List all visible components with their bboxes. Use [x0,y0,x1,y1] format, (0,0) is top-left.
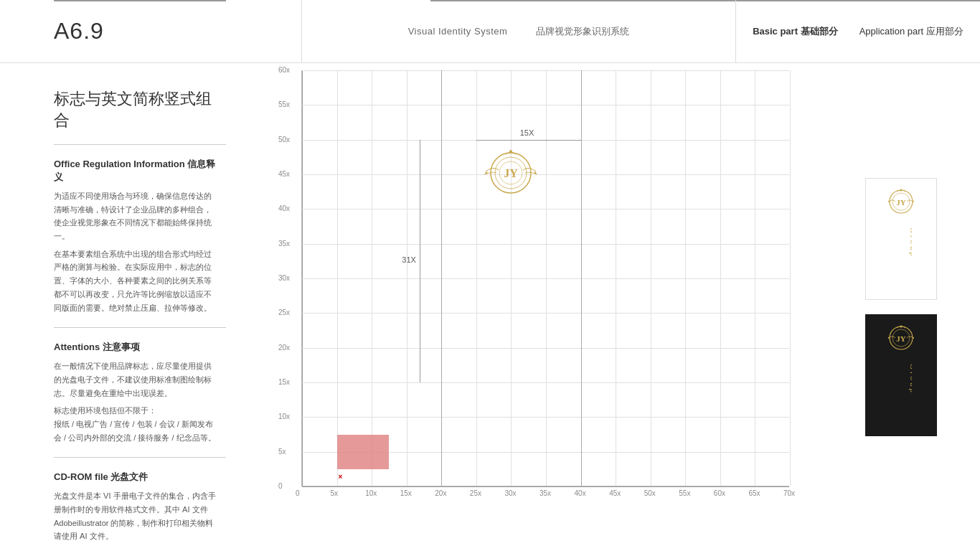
header-right: Basic part 基础部分 Application part 应用部分 [736,25,980,38]
x-label: 70x [783,489,795,497]
logo-preview-black: JY Jin Yu Group [865,314,937,436]
logo-icon-white: JY [882,186,920,223]
page-number: A6.9 [54,18,104,44]
error-indicator: × [339,473,343,481]
x-label: 5x [331,489,339,497]
page-header: A6.9 Visual Identity System 品牌视觉形象识别系统 B… [0,0,980,63]
svg-point-6 [534,171,537,174]
svg-point-21 [888,337,890,339]
y-label: 15x [278,378,290,386]
right-panel: 15X31X× JY Jin Yu Group JY [273,63,980,551]
grid-area: 15X31X× JY Jin Yu Group [273,63,837,551]
info-heading: Office Regulation Information 信息释义 [54,158,219,184]
vi-title-en: Visual Identity System [408,26,508,37]
svg-point-22 [913,337,914,339]
attention-heading: Attentions 注意事项 [54,341,219,354]
x-label: 35x [540,489,551,497]
y-label: 50x [278,136,290,143]
section-title: 标志与英文简称竖式组合 [54,88,219,131]
divider-1 [54,144,226,145]
logo-boundary-right [581,70,582,486]
y-label: 55x [278,100,290,108]
x-label: 45x [609,489,621,497]
logo-icon-black: JY [882,322,920,359]
logo-preview-white: JY Jin Yu Group [865,178,937,300]
info-body-1: 为适应不同使用场合与环境，确保信息传达的清晰与准确，特设计了企业品牌的多种组合，… [54,189,219,243]
svg-point-13 [888,201,890,202]
cdrom-heading: CD-ROM file 光盘文件 [54,471,219,484]
info-body-2: 在基本要素组合系统中出现的组合形式均经过严格的测算与检验。在实际应用中，标志的位… [54,248,219,314]
divider-2 [54,327,226,328]
y-label: 20x [278,344,290,352]
svg-text:JY: JY [896,334,906,343]
logo-text-white: Jin Yu Group [890,227,912,292]
svg-point-20 [900,326,903,328]
svg-point-14 [913,201,914,202]
x-label: 20x [435,489,446,497]
y-label: 25x [278,309,290,316]
svg-text:Group: Group [909,227,912,258]
grid-canvas: 15X31X× JY Jin Yu Group [301,70,789,486]
y-label: 60x [278,66,290,74]
svg-point-5 [486,171,488,174]
y-label: 0 [278,482,283,490]
svg-text:JY: JY [504,167,519,179]
x-label: 30x [504,489,516,497]
logo-in-grid: JY Jin Yu Group [441,140,580,452]
dim-31x-label: 31X [402,255,416,264]
nav-basic[interactable]: Basic part 基础部分 [753,25,838,38]
y-label: 35x [278,240,290,248]
dim-31x-line [420,140,420,382]
y-label: 30x [278,274,290,282]
x-label: 55x [679,489,690,497]
x-label: 0 [296,489,300,497]
svg-text:Group: Group [909,364,912,395]
x-label: 25x [470,489,481,497]
svg-point-4 [509,150,512,153]
svg-point-12 [900,189,903,192]
vi-title-cn: 品牌视觉形象识别系统 [536,25,629,38]
x-label: 10x [365,489,377,497]
dim-15x-label: 15X [520,128,534,137]
x-label: 40x [575,489,586,497]
y-label: 5x [278,448,286,456]
attention-list: 标志使用环境包括但不限于： 报纸 / 电视广告 / 宣传 / 包装 / 会议 /… [54,404,219,444]
x-label: 65x [748,489,760,497]
svg-text:JY: JY [896,198,906,207]
x-label: 60x [714,489,725,497]
nav-application[interactable]: Application part 应用部分 [859,25,963,38]
x-label: 50x [644,489,656,497]
left-panel: 标志与英文简称竖式组合 Office Regulation Informatio… [0,63,273,551]
x-label: 15x [400,489,412,497]
logo-vertical-text: Jin Yu Group [493,216,529,405]
header-center: Visual Identity System 品牌视觉形象识别系统 [301,0,736,62]
divider-3 [54,457,226,458]
attention-body: 在一般情况下使用品牌标志，应尽量使用提供的光盘电子文件，不建议使用标准制图绘制标… [54,359,219,400]
logo-text-black: Jin Yu Group [890,364,912,428]
y-label: 10x [278,413,290,420]
side-previews: JY Jin Yu Group JY [837,63,980,551]
cdrom-body: 光盘文件是本 VI 手册电子文件的集合，内含手册制作时的专用软件格式文件。其中 … [54,489,219,543]
header-left: A6.9 [0,18,301,44]
y-label: 45x [278,170,290,178]
indicator-square [337,435,390,469]
y-label: 40x [278,204,290,212]
